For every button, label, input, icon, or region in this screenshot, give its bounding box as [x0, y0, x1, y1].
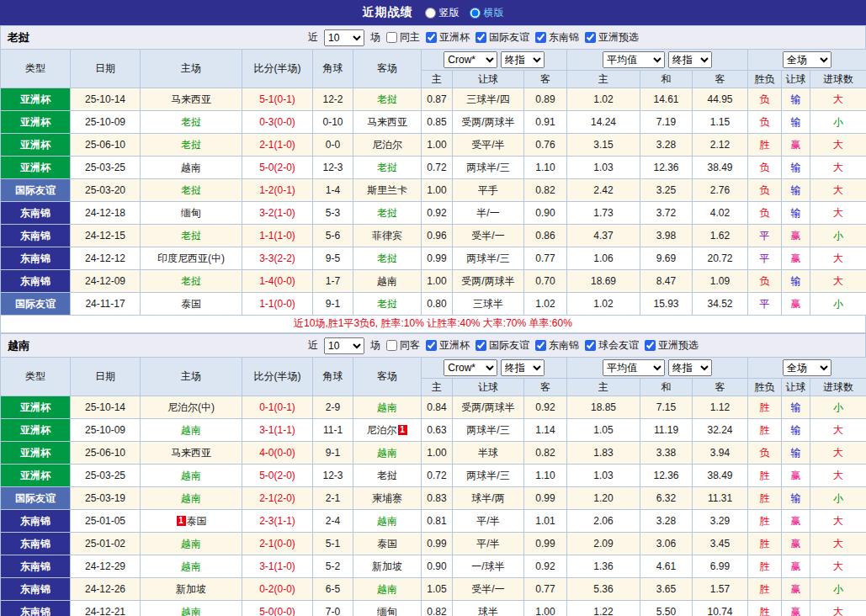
home-team-name: 老挝 [181, 116, 201, 128]
handicap-time-select[interactable]: 终指 [501, 359, 545, 376]
near-label: 近 [308, 338, 318, 353]
col-home: 主场 [141, 50, 242, 88]
filter-checkbox[interactable] [585, 32, 596, 43]
goals-result-cell: 大 [810, 202, 866, 225]
scope-select[interactable]: 全场 [783, 359, 831, 376]
filter-checkbox[interactable] [476, 340, 486, 351]
handicap-home-odds-cell: 1.05 [422, 578, 453, 601]
filter-option[interactable]: 国际友谊 [476, 30, 529, 45]
away-team-cell: 越南 [353, 578, 422, 601]
filter-checkbox[interactable] [426, 32, 437, 43]
filter-option[interactable]: 国际友谊 [476, 338, 529, 353]
filter-checkbox[interactable] [645, 340, 656, 351]
layout-radio[interactable] [470, 8, 481, 19]
away-team-name: 新加坡 [372, 560, 402, 572]
avg-draw-odds-cell: 14.61 [640, 88, 693, 111]
home-team-cell: 尼泊尔(中) [141, 396, 242, 419]
layout-option[interactable]: 横版 [470, 6, 504, 20]
result-cell: 平 [748, 293, 782, 316]
avg-time-select[interactable]: 终指 [668, 51, 712, 68]
handicap-home-odds-cell: 0.92 [422, 202, 453, 225]
filter-checkbox[interactable] [426, 340, 437, 351]
avg-home-odds-cell: 1.83 [567, 442, 640, 465]
filter-option[interactable]: 亚洲预选 [645, 338, 699, 353]
handicap-result-cell: 输 [782, 157, 810, 179]
goals-result-cell: 小 [810, 578, 866, 601]
home-team-name: 马来西亚 [171, 447, 211, 459]
corner-cell: 2-1 [313, 487, 353, 510]
competition-cell: 东南锦 [1, 202, 71, 225]
filter-checkbox[interactable] [476, 32, 486, 43]
avg-away-odds-cell: 10.74 [693, 601, 748, 616]
filter-option[interactable]: 亚洲杯 [426, 30, 470, 45]
home-team-cell: 泰国 [141, 293, 242, 316]
match-row: 亚洲杯25-10-09越南3-1(1-1)11-1尼泊尔10.63两球半/三1.… [1, 419, 866, 442]
competition-cell: 亚洲杯 [1, 442, 71, 465]
corner-cell: 1-4 [313, 179, 353, 202]
filter-option[interactable]: 亚洲杯 [426, 338, 470, 353]
filter-checkbox[interactable] [386, 32, 397, 43]
handicap-time-select[interactable]: 终指 [501, 51, 545, 68]
filter-option[interactable]: 东南锦 [535, 30, 579, 45]
sub-col-avg-draw: 和 [640, 71, 693, 88]
avg-draw-odds-cell: 6.32 [640, 487, 693, 510]
away-team-cell: 缅甸 [353, 601, 422, 616]
handicap-line-cell: 两球半/三 [453, 157, 524, 179]
layout-radio[interactable] [425, 8, 436, 19]
avg-home-odds-cell: 14.24 [567, 111, 640, 134]
home-team-cell: 越南 [141, 487, 242, 510]
avg-draw-odds-cell: 11.19 [640, 419, 693, 442]
handicap-away-odds-cell: 0.92 [524, 396, 567, 419]
away-team-name: 缅甸 [377, 606, 397, 616]
sub-col-result: 胜负 [748, 71, 782, 88]
result-cell: 负 [748, 88, 782, 111]
page-title: 近期战绩 [363, 5, 413, 20]
goals-result-cell: 大 [810, 465, 866, 487]
handicap-home-odds-cell: 1.00 [422, 270, 453, 293]
home-team-name: 泰国 [181, 298, 201, 310]
match-count-select[interactable]: 10 [324, 337, 364, 354]
avg-type-select[interactable]: 平均值 [603, 51, 665, 68]
odds-company-select[interactable]: Crow* [444, 51, 497, 68]
competition-cell: 亚洲杯 [1, 396, 71, 419]
filter-checkbox[interactable] [386, 340, 397, 351]
filter-option[interactable]: 亚洲预选 [585, 30, 639, 45]
home-team-name: 老挝 [181, 184, 201, 196]
filter-option[interactable]: 同主 [386, 30, 420, 45]
away-team-name: 泰国 [377, 538, 397, 550]
corner-cell: 0-0 [313, 134, 353, 157]
date-cell: 24-12-12 [71, 247, 141, 270]
result-cell: 胜 [748, 555, 782, 578]
filter-option[interactable]: 同客 [386, 338, 420, 353]
corner-cell: 5-1 [313, 533, 353, 555]
competition-cell: 东南锦 [1, 510, 71, 533]
score-cell: 5-0(2-0) [242, 157, 313, 179]
layout-option[interactable]: 竖版 [425, 6, 460, 20]
filter-checkbox[interactable] [535, 340, 546, 351]
corner-cell: 2-4 [313, 510, 353, 533]
odds-company-select[interactable]: Crow* [444, 359, 497, 376]
filter-option[interactable]: 东南锦 [535, 338, 579, 353]
filter-checkbox[interactable] [535, 32, 546, 43]
filter-checkbox[interactable] [585, 340, 596, 351]
goals-result-cell: 大 [810, 419, 866, 442]
scope-select[interactable]: 全场 [783, 51, 831, 68]
avg-time-select[interactable]: 终指 [668, 359, 712, 376]
filter-option[interactable]: 球会友谊 [585, 338, 639, 353]
handicap-line-cell: 受两/两球半 [453, 270, 524, 293]
avg-away-odds-cell: 3.45 [693, 533, 748, 555]
avg-type-select[interactable]: 平均值 [603, 359, 665, 376]
competition-cell: 国际友谊 [1, 179, 71, 202]
away-team-cell: 越南 [353, 510, 422, 533]
match-row: 国际友谊25-03-20老挝1-2(0-1)1-4斯里兰卡1.00平手0.822… [1, 179, 866, 202]
competition-cell: 国际友谊 [1, 487, 71, 510]
goals-result-cell: 大 [810, 510, 866, 533]
home-team-name: 老挝 [181, 230, 201, 242]
date-cell: 25-10-14 [71, 396, 141, 419]
away-team-name: 越南 [377, 447, 397, 459]
red-card-badge: 1 [177, 516, 186, 526]
handicap-result-cell: 赢 [782, 555, 810, 578]
date-cell: 24-12-15 [71, 225, 141, 247]
result-cell: 胜 [748, 465, 782, 487]
match-count-select[interactable]: 10 [324, 29, 364, 46]
